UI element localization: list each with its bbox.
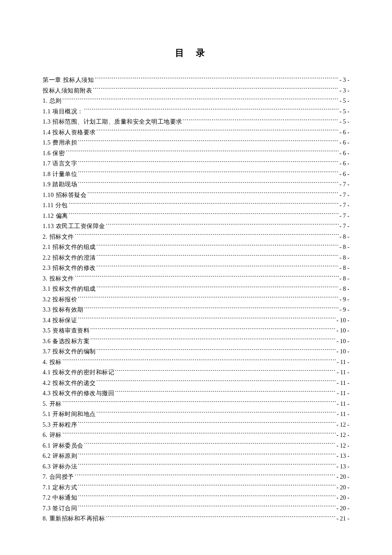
toc-page: - 6 - xyxy=(340,138,349,148)
toc-row: 5. 开标- 11 - xyxy=(43,399,349,410)
toc-label: 1.10 招标答疑会 xyxy=(43,190,86,201)
toc-label: 2.2 招标文件的澄清 xyxy=(43,253,96,263)
toc-leader-dots xyxy=(84,442,336,448)
toc-leader-dots xyxy=(78,159,339,165)
toc-label: 4.3 投标文件的修改与撤回 xyxy=(43,388,114,399)
toc-page: - 13 - xyxy=(337,451,349,462)
toc-label: 1. 总则 xyxy=(43,96,62,107)
toc-page: - 7 - xyxy=(340,211,349,222)
toc-page: - 5 - xyxy=(340,96,349,107)
toc-page: - 3 - xyxy=(340,75,349,86)
toc-row: 1.4 投标人资格要求- 6 - xyxy=(43,127,349,138)
toc-leader-dots xyxy=(78,462,336,468)
toc-leader-dots xyxy=(90,327,336,332)
toc-row: 7.2 中标通知- 20 - xyxy=(43,493,349,503)
toc-label: 3. 投标文件 xyxy=(43,274,74,284)
toc-page: - 9 - xyxy=(340,295,349,305)
toc-label: 4. 投标 xyxy=(43,357,62,368)
toc-label: 6.3 评标办法 xyxy=(43,462,77,472)
toc-row: 1.3 招标范围、计划工期、质量和安全文明工地要求- 5 - xyxy=(43,117,349,127)
toc-page: - 7 - xyxy=(340,200,349,211)
toc-label: 5.1 开标时间和地点 xyxy=(43,409,96,420)
toc-leader-dots xyxy=(97,410,336,416)
toc-label: 7. 合同授予 xyxy=(43,472,74,483)
toc-page: - 20 - xyxy=(337,503,349,514)
toc-label: 1.5 费用承担 xyxy=(43,138,77,148)
toc-page: - 11 - xyxy=(337,399,349,410)
toc-row: 1.13 农民工工资保障金- 7 - xyxy=(43,221,349,232)
toc-row: 1.8 计量单位- 6 - xyxy=(43,169,349,180)
toc-leader-dots xyxy=(97,379,336,385)
toc-page: - 10 - xyxy=(337,336,349,347)
toc-row: 7. 合同授予- 20 - xyxy=(43,472,349,483)
toc-page: - 20 - xyxy=(337,472,349,483)
toc-label: 3.3 投标有效期 xyxy=(43,305,84,315)
toc-leader-dots xyxy=(66,149,339,155)
toc-label: 4.2 投标文件的递交 xyxy=(43,378,96,389)
toc-row: 6.2 评标原则- 13 - xyxy=(43,451,349,462)
toc-page: - 8 - xyxy=(340,274,349,284)
toc-row: 3. 投标文件- 8 - xyxy=(43,274,349,284)
toc-leader-dots xyxy=(75,233,339,239)
toc-label: 1.11 分包 xyxy=(43,200,68,211)
toc-leader-dots xyxy=(78,494,336,500)
toc-leader-dots xyxy=(183,118,339,124)
toc-leader-dots xyxy=(84,107,339,113)
toc-page: - 5 - xyxy=(340,117,349,127)
toc-leader-dots xyxy=(84,306,339,312)
toc-label: 5.3 开标程序 xyxy=(43,420,77,431)
toc-row: 4. 投标- 11 - xyxy=(43,357,349,368)
toc-leader-dots xyxy=(63,97,339,103)
toc-label: 1.12 偏离 xyxy=(43,211,68,222)
toc-leader-dots xyxy=(78,504,336,510)
toc-row: 1.9 踏勘现场- 7 - xyxy=(43,179,349,190)
toc-row: 5.3 开标程序- 12 - xyxy=(43,420,349,431)
toc-row: 3.4 投标保证- 10 - xyxy=(43,315,349,326)
toc-row: 1.10 招标答疑会- 7 - xyxy=(43,190,349,201)
toc-page: - 3 - xyxy=(340,86,349,96)
toc-leader-dots xyxy=(97,264,339,270)
toc-leader-dots xyxy=(75,275,339,280)
toc-row: 2.1 招标文件的组成- 8 - xyxy=(43,242,349,253)
toc-page: - 11 - xyxy=(337,409,349,420)
toc-leader-dots xyxy=(63,431,336,437)
toc-leader-dots xyxy=(97,285,339,291)
toc-page: - 8 - xyxy=(340,263,349,274)
toc-label: 6. 评标 xyxy=(43,430,62,441)
toc-label: 1.8 计量单位 xyxy=(43,169,77,180)
toc-label: 3.5 资格审查资料 xyxy=(43,326,89,336)
toc-page: - 8 - xyxy=(340,242,349,253)
toc-leader-dots xyxy=(75,473,336,479)
toc-leader-dots xyxy=(63,400,336,406)
toc-leader-dots xyxy=(78,452,336,458)
toc-leader-dots xyxy=(69,212,339,218)
toc-page: - 11 - xyxy=(337,367,349,378)
toc-row: 3.7 投标文件的编制- 10 - xyxy=(43,347,349,357)
toc-page: - 20 - xyxy=(337,483,349,493)
toc-label: 1.7 语言文字 xyxy=(43,159,77,169)
toc-page: - 9 - xyxy=(340,305,349,315)
toc-leader-dots xyxy=(69,201,339,207)
toc-page: - 12 - xyxy=(337,441,349,451)
toc-leader-dots xyxy=(97,254,339,260)
toc-row: 4.3 投标文件的修改与撤回- 11 - xyxy=(43,388,349,399)
toc-label: 3.6 备选投标方案 xyxy=(43,336,89,347)
toc-row: 1.6 保密- 6 - xyxy=(43,148,349,159)
toc-row: 2.3 招标文件的修改- 8 - xyxy=(43,263,349,274)
toc-label: 6.1 评标委员会 xyxy=(43,441,84,451)
toc-page: - 10 - xyxy=(337,347,349,357)
toc-row: 6. 评标- 12 - xyxy=(43,430,349,441)
toc-leader-dots xyxy=(115,368,336,374)
toc-leader-dots xyxy=(78,139,339,145)
toc-row: 5.1 开标时间和地点- 11 - xyxy=(43,409,349,420)
toc-leader-dots xyxy=(115,389,336,395)
toc-label: 3.2 投标报价 xyxy=(43,295,77,305)
toc-page: - 20 - xyxy=(337,493,349,503)
toc-label: 1.13 农民工工资保障金 xyxy=(43,221,105,232)
toc-row: 2.2 招标文件的澄清- 8 - xyxy=(43,253,349,263)
toc-label: 7.2 中标通知 xyxy=(43,493,77,503)
toc-label: 3.7 投标文件的编制 xyxy=(43,347,96,357)
toc-page: - 13 - xyxy=(337,462,349,472)
table-of-contents: 第一章 投标人须知- 3 -投标人须知前附表- 3 -1. 总则- 5 -1.1… xyxy=(43,75,349,524)
toc-leader-dots xyxy=(87,191,339,197)
